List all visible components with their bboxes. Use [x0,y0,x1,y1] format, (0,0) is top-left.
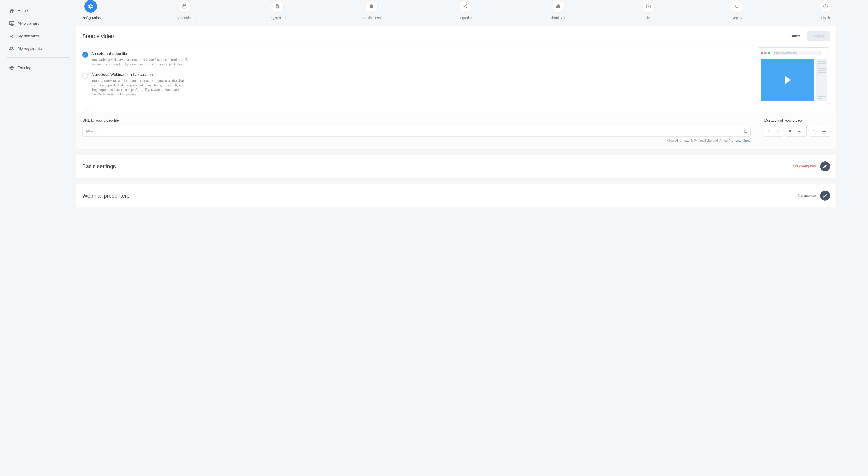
step-label: Configuration [81,16,101,20]
sidebar-item-training[interactable]: Training [7,62,69,74]
window-controls-icon [761,52,770,54]
radio-selected-icon[interactable] [82,52,88,58]
play-icon [785,76,792,84]
duration-min-input[interactable] [786,126,798,136]
home-icon [8,8,15,14]
sidebar: Home My webinars My analytics My registr… [0,0,76,208]
browser-preview-illustration: https://www.example.com [758,47,830,104]
step-configuration[interactable]: Configuration [81,0,101,20]
preview-sidebar-lines [816,59,827,101]
svg-point-1 [824,4,828,8]
duration-sec-input[interactable] [809,126,822,136]
pencil-icon [823,164,827,169]
duration-hr-input[interactable] [765,126,777,136]
learn-how-link[interactable]: Learn how [735,139,750,142]
radio-unselected-icon[interactable] [82,73,88,78]
wizard-steps: Configuration Schedules Registration Not… [76,0,836,26]
sidebar-item-registrants[interactable]: My registrants [7,42,69,55]
cancel-button[interactable]: Cancel [786,32,804,40]
step-finish[interactable]: Finish [819,0,832,20]
card-title: Basic settings [82,163,116,169]
sidebar-label: My analytics [18,34,39,38]
step-label: Finish [821,16,830,20]
sidebar-label: My webinars [18,21,39,26]
duration-hr-field[interactable]: hr [764,126,783,136]
sidebar-item-analytics[interactable]: My analytics [7,30,69,42]
status-presenter-count: 1 presenter [798,194,816,198]
sidebar-item-home[interactable]: Home [7,4,69,17]
step-replay[interactable]: Replay [731,0,743,20]
edit-presenters-button[interactable] [820,191,830,201]
duration-sec-field[interactable]: sec [809,126,830,136]
card-title: Source video [82,33,114,39]
option-previous-session[interactable]: A previous WebinarJam live session Impor… [82,72,749,97]
monitor-icon [8,20,15,27]
hamburger-icon [823,52,827,54]
step-label: Notifications [362,16,381,20]
step-label: Integrations [457,16,474,20]
basic-settings-card: Basic settings Not configured [76,155,836,178]
step-registration[interactable]: Registration [268,0,286,20]
step-live[interactable]: Live [642,0,655,20]
presenters-card: Webinar presenters 1 presenter [76,184,836,208]
bell-icon [365,0,378,13]
graduation-icon [8,65,15,71]
step-label: Schedules [177,16,192,20]
status-not-configured: Not configured [793,164,816,168]
option-desc: Import a previous WebinarJam session, re… [91,78,188,97]
option-title: A previous WebinarJam live session [91,72,188,77]
sidebar-label: My registrants [18,46,42,51]
step-thankyou[interactable]: Thank You [550,0,566,20]
card-header: Source video Cancel Confirm [76,26,836,46]
option-external-video[interactable]: An external video file Your webinar will… [82,52,749,67]
format-hint: Allowed formats: MP4, YouTube and Vimeo … [82,139,751,142]
check-circle-icon [819,0,832,13]
share-icon [459,0,472,13]
people-icon [8,46,15,52]
sidebar-label: Training [18,66,31,70]
sec-label: sec [822,129,827,133]
step-label: Replay [732,16,742,20]
min-label: min [798,129,803,133]
calendar-icon [178,0,191,13]
card-actions: Cancel Confirm [786,31,830,41]
hr-label: hr [777,129,779,133]
source-video-card: Source video Cancel Confirm An external … [76,26,836,149]
main-content: Configuration Schedules Registration Not… [76,0,868,208]
step-label: Registration [268,16,286,20]
url-label: URL to your video file [82,118,751,123]
edit-basic-settings-button[interactable] [820,161,830,171]
pencil-icon [823,193,827,198]
preview-urlbar: https://www.example.com [772,51,820,55]
svg-point-0 [13,37,14,38]
step-schedules[interactable]: Schedules [177,0,192,20]
video-url-input[interactable] [82,126,751,136]
refresh-icon [731,0,743,13]
duration-label: Duration of your video [764,118,830,123]
preview-video-thumb [761,59,814,101]
sidebar-item-webinars[interactable]: My webinars [7,17,69,30]
chart-icon [8,33,15,39]
source-options: An external video file Your webinar will… [82,47,749,104]
step-label: Thank You [550,16,566,20]
option-desc: Your webinar will play a pre-recorded vi… [91,57,188,67]
card-title: Webinar presenters [82,193,129,199]
sidebar-divider [7,57,69,58]
step-notifications[interactable]: Notifications [362,0,381,20]
duration-min-field[interactable]: min [786,126,807,136]
gear-icon [84,0,97,13]
step-integrations[interactable]: Integrations [457,0,474,20]
document-icon [271,0,284,13]
video-settings-row: URL to your video file Allowed formats: … [76,112,836,149]
thumb-icon [552,0,564,13]
sidebar-label: Home [18,8,28,13]
live-icon [642,0,655,13]
confirm-button[interactable]: Confirm [807,31,830,41]
option-title: An external video file [91,52,188,56]
step-label: Live [645,16,652,20]
clipboard-icon[interactable] [743,129,747,134]
